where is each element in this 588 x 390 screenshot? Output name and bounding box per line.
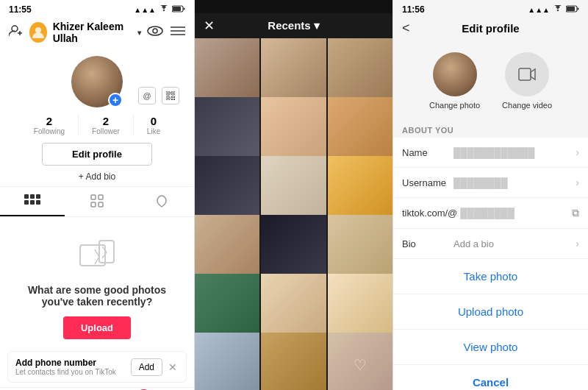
eye-icon[interactable] — [147, 26, 163, 39]
bottom-nav: Home Friends + 2 Inbox Profile — [0, 387, 194, 390]
add-avatar-btn[interactable]: + — [108, 93, 123, 107]
svg-rect-22 — [24, 194, 29, 199]
recents-header: ✕ Recents ▾ — [195, 13, 392, 38]
change-video-circle[interactable] — [505, 52, 549, 96]
svg-rect-24 — [36, 194, 40, 199]
photo-cell-16[interactable] — [261, 333, 326, 390]
time-3: 11:56 — [402, 4, 425, 15]
photo-cell-13[interactable] — [261, 274, 326, 338]
profile-panel: 11:55 ▲▲▲ Khizer Kaleem Ullah ▾ — [0, 0, 195, 390]
wifi-icon — [159, 5, 169, 14]
like-stat[interactable]: 0 Like — [134, 115, 173, 135]
tab-liked[interactable] — [65, 187, 129, 216]
photo-cell-9[interactable] — [195, 215, 259, 280]
svg-rect-31 — [98, 202, 103, 207]
svg-rect-39 — [567, 7, 575, 11]
photo-cell-0[interactable] — [195, 38, 259, 103]
upload-button[interactable]: Upload — [63, 316, 131, 339]
tab-favorites[interactable] — [129, 187, 194, 216]
tab-videos[interactable] — [0, 187, 65, 216]
svg-point-7 — [148, 26, 162, 35]
bio-row[interactable]: Bio Add a bio › — [393, 229, 588, 259]
bio-chevron: › — [576, 238, 579, 249]
like-num: 0 — [151, 115, 157, 127]
username-display[interactable]: Khizer Kaleem Ullah ▾ — [53, 21, 141, 44]
user-avatar-small — [29, 22, 47, 43]
profile-header: Khizer Kaleem Ullah ▾ — [0, 18, 194, 49]
wifi-icon-3 — [553, 5, 563, 14]
tiktok-url-row[interactable]: tiktok.com/@ ████████ ⧉ — [393, 198, 588, 229]
add-friend-icon[interactable] — [9, 24, 24, 41]
empty-text: What are some good photos you've taken r… — [15, 284, 179, 308]
change-video-option[interactable]: Change video — [502, 52, 552, 110]
header-icons — [147, 26, 185, 39]
cancel-btn[interactable]: Cancel — [393, 365, 588, 390]
menu-icon[interactable] — [171, 26, 185, 39]
svg-rect-20 — [171, 99, 173, 100]
recents-panel: ✕ Recents ▾ ♡ — [195, 0, 393, 390]
svg-rect-28 — [91, 195, 96, 199]
add-phone-text: Add phone number Let contacts find you o… — [15, 358, 126, 376]
follower-stat[interactable]: 2 Follower — [79, 115, 134, 135]
media-options: Change photo Change video — [393, 42, 588, 120]
edit-header: < Edit profile — [393, 18, 588, 42]
signal-icon-3: ▲▲▲ — [528, 6, 550, 14]
photo-cell-2[interactable] — [328, 38, 392, 103]
top-bar-dark — [195, 0, 392, 13]
svg-point-8 — [153, 29, 157, 33]
photo-cell-12[interactable] — [195, 274, 259, 338]
photo-cell-10[interactable] — [261, 215, 326, 280]
at-icon[interactable]: @ — [138, 87, 156, 104]
back-button[interactable]: < — [402, 21, 410, 36]
close-banner-btn[interactable]: ✕ — [167, 361, 179, 373]
photo-cell-17[interactable]: ♡ — [328, 333, 392, 390]
svg-rect-26 — [30, 200, 35, 205]
status-icons-1: ▲▲▲ — [134, 5, 185, 14]
change-photo-circle[interactable] — [433, 52, 477, 96]
photo-cell-7[interactable] — [261, 156, 326, 221]
photo-cell-6[interactable] — [195, 156, 259, 221]
svg-rect-19 — [173, 96, 175, 98]
add-bio-link[interactable]: + Add bio — [0, 170, 194, 186]
status-bar-3: 11:56 ▲▲▲ — [393, 0, 588, 18]
upload-photo-btn[interactable]: Upload photo — [393, 294, 588, 330]
recents-close-btn[interactable]: ✕ — [204, 18, 215, 34]
qr-icon[interactable] — [162, 87, 179, 104]
photo-cell-3[interactable] — [195, 97, 259, 162]
following-stat[interactable]: 2 Following — [21, 115, 79, 135]
username-field[interactable]: Username ████████ › — [393, 168, 588, 198]
svg-rect-17 — [168, 98, 169, 99]
change-photo-option[interactable]: Change photo — [429, 52, 480, 110]
photo-cell-11[interactable] — [328, 215, 392, 280]
photo-cell-1[interactable] — [261, 38, 326, 103]
recents-chevron: ▾ — [314, 19, 320, 32]
copy-icon[interactable]: ⧉ — [572, 207, 579, 219]
take-photo-btn[interactable]: Take photo — [393, 259, 588, 294]
name-label: Name — [402, 147, 453, 158]
svg-rect-23 — [30, 194, 35, 199]
battery-icon-3 — [566, 5, 579, 14]
empty-icon — [79, 239, 115, 278]
name-chevron: › — [576, 146, 579, 158]
svg-rect-25 — [24, 200, 29, 205]
like-label: Like — [147, 127, 160, 135]
add-bio-text: + Add bio — [79, 171, 115, 182]
photo-cell-15[interactable] — [195, 333, 259, 390]
profile-tabs — [0, 186, 194, 217]
photo-cell-5[interactable] — [328, 97, 392, 162]
signal-icon: ▲▲▲ — [134, 6, 156, 14]
view-photo-btn[interactable]: View photo — [393, 330, 588, 365]
photo-cell-4[interactable] — [261, 97, 326, 162]
photo-cell-8[interactable] — [328, 156, 392, 221]
add-phone-button[interactable]: Add — [131, 358, 162, 376]
username-chevron: ▾ — [137, 29, 141, 37]
profile-extra-icons: @ — [138, 87, 179, 104]
svg-rect-15 — [173, 93, 174, 94]
edit-profile-button[interactable]: Edit profile — [42, 143, 152, 166]
name-field[interactable]: Name ████████████ › — [393, 138, 588, 168]
add-phone-sub: Let contacts find you on TikTok — [15, 368, 126, 376]
bio-label: Bio — [402, 238, 453, 249]
svg-rect-1 — [184, 8, 185, 10]
svg-rect-27 — [36, 200, 40, 205]
photo-cell-14[interactable] — [328, 274, 392, 338]
